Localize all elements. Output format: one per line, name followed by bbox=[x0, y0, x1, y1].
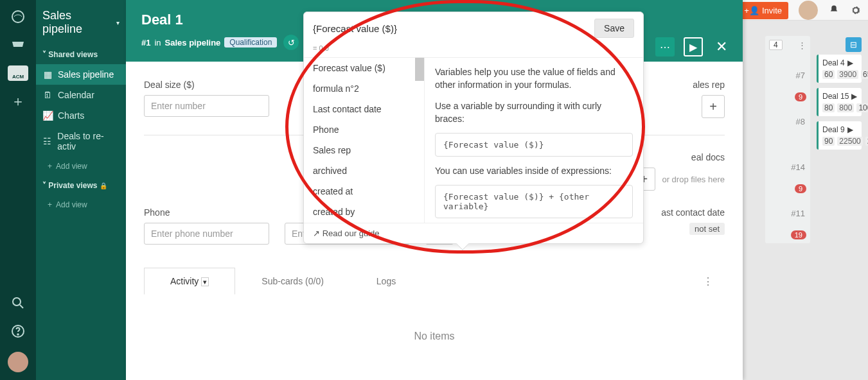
variable-item[interactable]: archived bbox=[304, 160, 424, 181]
chevron-right-icon: ▶ bbox=[847, 125, 853, 134]
variable-list[interactable]: Forecast value ($) formula n°2 Last cont… bbox=[304, 58, 425, 223]
sidebar: Sales pipeline ▾ ˅ Shared views ▦Sales p… bbox=[36, 0, 126, 380]
add-sales-rep-button[interactable]: + bbox=[702, 95, 725, 118]
user-avatar[interactable] bbox=[799, 1, 818, 20]
save-button[interactable]: Save bbox=[594, 19, 634, 38]
tab-subcards[interactable]: Sub-cards (0/0) bbox=[235, 268, 350, 295]
field-phone: Phone Enter phone number bbox=[144, 207, 269, 245]
formula-preview: = 0.0 bbox=[304, 44, 643, 57]
shared-views-header[interactable]: ˅ Shared views bbox=[36, 45, 126, 64]
field-deal-docs: eal docs + or drop files here bbox=[632, 152, 725, 191]
calendar-icon: 🗓 bbox=[42, 90, 53, 100]
chevron-right-icon: ▶ bbox=[847, 58, 853, 67]
kanban-card[interactable]: Deal 4▶ 60390065 bbox=[817, 55, 862, 83]
field-label: Deal size ($) bbox=[144, 80, 269, 90]
main-area: ▦Kanban▾ Grouped by Sales stage▾ ▾Filter… bbox=[126, 0, 868, 380]
tabs-more-icon[interactable]: ⋮ bbox=[691, 275, 725, 288]
field-label: eal docs bbox=[691, 152, 725, 162]
kanban-card[interactable]: Deal 15▶ 80800100 bbox=[817, 88, 862, 116]
deal-tabs: Activity▾ Sub-cards (0/0) Logs bbox=[144, 268, 422, 295]
sidebar-item-charts[interactable]: 📈Charts bbox=[36, 105, 126, 126]
column-menu-icon[interactable]: ⋮ bbox=[798, 40, 806, 50]
card-id: #7 bbox=[769, 67, 806, 84]
close-icon[interactable]: ✕ bbox=[712, 37, 731, 56]
chevron-right-icon: ▶ bbox=[851, 92, 857, 101]
chevron-down-icon[interactable]: ▾ bbox=[116, 19, 120, 26]
not-set-badge[interactable]: not set bbox=[689, 223, 725, 235]
collapse-icon[interactable]: ⊟ bbox=[846, 37, 862, 52]
chevron-down-icon[interactable]: ▾ bbox=[201, 277, 209, 286]
svg-point-3 bbox=[17, 334, 19, 335]
tab-logs[interactable]: Logs bbox=[350, 268, 422, 295]
deal-rank: #1 bbox=[141, 38, 150, 48]
formula-input[interactable] bbox=[313, 23, 594, 34]
app-rail: ACM ＋ bbox=[0, 0, 36, 380]
external-link-icon: ↗ bbox=[313, 229, 320, 238]
add-view-shared[interactable]: + Add view bbox=[36, 157, 126, 176]
svg-point-0 bbox=[12, 11, 24, 22]
column-count: 4 bbox=[769, 40, 783, 50]
history-icon[interactable]: ↺ bbox=[283, 35, 299, 50]
invite-button[interactable]: +👤Invite bbox=[738, 2, 788, 19]
grid-icon: ☷ bbox=[42, 136, 52, 146]
badge: 9 bbox=[795, 184, 806, 193]
guide-link[interactable]: ↗ Read our guide bbox=[313, 229, 380, 238]
stage-pill[interactable]: Qualification bbox=[224, 37, 277, 48]
workspace-badge[interactable]: ACM bbox=[8, 65, 28, 81]
card-id: #14 bbox=[769, 159, 806, 176]
variable-item[interactable]: Phone bbox=[304, 119, 424, 140]
card-id: #11 bbox=[769, 205, 806, 222]
logo-icon[interactable] bbox=[10, 9, 26, 24]
badge: 9 bbox=[795, 92, 806, 101]
deal-pipeline[interactable]: Sales pipeline bbox=[165, 38, 221, 48]
field-label: ales rep bbox=[693, 80, 725, 90]
kanban-icon: ▦ bbox=[42, 69, 53, 80]
field-sales-rep: ales rep + bbox=[693, 80, 725, 118]
phone-input[interactable]: Enter phone number bbox=[144, 223, 269, 245]
field-deal-size: Deal size ($) Enter number bbox=[144, 80, 269, 118]
badge: 19 bbox=[791, 230, 806, 239]
variable-item[interactable]: Sales rep bbox=[304, 140, 424, 160]
no-items-label: No items bbox=[144, 311, 725, 342]
scrollbar-thumb[interactable] bbox=[415, 58, 424, 81]
drop-hint: or drop files here bbox=[662, 175, 725, 184]
inbox-icon[interactable] bbox=[10, 37, 26, 53]
kanban-column-a: 4⋮ #7 9 #8 #14 9 #11 19 bbox=[765, 36, 810, 243]
card-id: #8 bbox=[769, 113, 806, 130]
user-avatar-small[interactable] bbox=[8, 352, 28, 372]
code-example: {Forecast value ($)} + {other variable} bbox=[435, 185, 633, 218]
variable-item[interactable]: Forecast value ($) bbox=[304, 58, 424, 78]
lock-icon: 🔒 bbox=[100, 182, 107, 189]
field-label: ast contact date bbox=[661, 207, 725, 218]
deal-panel: Deal 1 #1 in Sales pipeline Qualificatio… bbox=[126, 0, 743, 380]
search-icon[interactable] bbox=[10, 295, 26, 311]
variable-item[interactable]: created at bbox=[304, 181, 424, 202]
chart-icon: 📈 bbox=[42, 110, 53, 121]
help-icon[interactable] bbox=[10, 324, 26, 339]
formula-popover: Save = 0.0 Forecast value ($) formula n°… bbox=[303, 12, 644, 244]
sidebar-item-deals-reactiv[interactable]: ☷Deals to re-activ bbox=[36, 126, 126, 157]
add-view-private[interactable]: + Add view bbox=[36, 195, 126, 214]
bell-icon[interactable] bbox=[828, 4, 840, 16]
variable-item[interactable]: formula n°2 bbox=[304, 78, 424, 99]
more-button[interactable]: ⋯ bbox=[655, 37, 675, 56]
header-right: +👤Invite bbox=[738, 0, 868, 21]
private-views-header[interactable]: ˅ Private views🔒 bbox=[36, 176, 126, 195]
code-example: {Forecast value ($)} bbox=[435, 133, 633, 157]
variable-help: Variables help you use the value of fiel… bbox=[425, 58, 643, 223]
field-label: Phone bbox=[144, 207, 269, 218]
svg-point-1 bbox=[13, 298, 21, 306]
gear-icon[interactable] bbox=[850, 4, 862, 16]
board-title[interactable]: Sales pipeline bbox=[42, 9, 114, 36]
sidebar-item-sales-pipeline[interactable]: ▦Sales pipeline bbox=[36, 64, 126, 85]
kanban-card[interactable]: Deal 9▶ 90225002 bbox=[817, 121, 862, 150]
present-icon[interactable]: ▶ bbox=[684, 37, 703, 56]
variable-item[interactable]: created by bbox=[304, 202, 424, 222]
add-icon[interactable]: ＋ bbox=[10, 94, 26, 109]
tab-activity[interactable]: Activity▾ bbox=[144, 268, 235, 295]
sidebar-item-calendar[interactable]: 🗓Calendar bbox=[36, 85, 126, 105]
variable-item[interactable]: Last contact date bbox=[304, 99, 424, 119]
add-user-icon: +👤 bbox=[744, 6, 759, 15]
deal-size-input[interactable]: Enter number bbox=[144, 95, 269, 117]
kanban-column-b: ⊟ Deal 4▶ 60390065 Deal 15▶ 80800100 Dea… bbox=[813, 36, 865, 153]
